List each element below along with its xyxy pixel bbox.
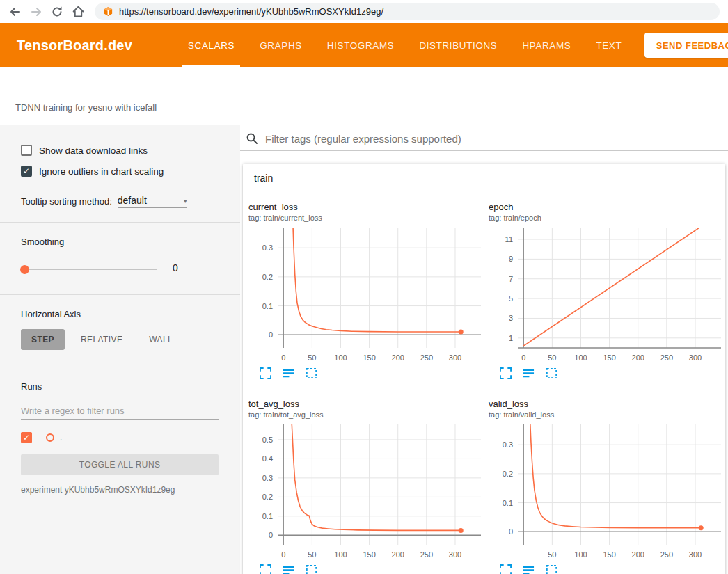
- address-bar[interactable]: https://tensorboard.dev/experiment/yKUbh…: [95, 3, 720, 20]
- data-list-icon[interactable]: [523, 367, 535, 379]
- svg-text:9: 9: [509, 255, 513, 263]
- svg-text:100: 100: [334, 550, 347, 559]
- chart-title: tot_avg_loss: [248, 399, 489, 409]
- train-group-card: train current_loss tag: train/current_lo…: [243, 164, 725, 574]
- tab-scalars[interactable]: SCALARS: [175, 23, 247, 67]
- svg-text:150: 150: [603, 550, 615, 559]
- main-nav: SCALARS GRAPHS HISTOGRAMS DISTRIBUTIONS …: [175, 23, 634, 67]
- axis-relative-button[interactable]: RELATIVE: [70, 329, 133, 350]
- slider-thumb[interactable]: [20, 265, 29, 274]
- chart-valid-loss: valid_loss tag: train/valid_loss 5010015…: [489, 399, 728, 574]
- experiment-header: TDNN training for yesno with icefall: [0, 67, 728, 125]
- fit-domain-icon[interactable]: [546, 564, 557, 574]
- chart-plot[interactable]: 05010015020025030000.10.20.30.40.5: [248, 420, 485, 563]
- smoothing-slider[interactable]: [21, 264, 157, 274]
- svg-text:100: 100: [334, 353, 347, 362]
- send-feedback-button[interactable]: SEND FEEDBACK: [644, 33, 728, 58]
- runs-label: Runs: [21, 381, 221, 392]
- svg-text:3: 3: [509, 314, 513, 322]
- fit-domain-icon[interactable]: [546, 367, 557, 379]
- svg-text:50: 50: [308, 550, 316, 559]
- chart-title: current_loss: [248, 202, 489, 212]
- svg-text:0: 0: [269, 531, 273, 539]
- group-header-train[interactable]: train: [243, 164, 725, 193]
- show-download-links-checkbox-row[interactable]: Show data download links: [21, 142, 221, 159]
- tooltip-sorting-value: default: [118, 195, 147, 206]
- svg-text:150: 150: [363, 353, 375, 362]
- svg-text:0.1: 0.1: [503, 499, 513, 507]
- svg-text:200: 200: [392, 550, 404, 559]
- tag-filter-input[interactable]: [265, 133, 728, 145]
- data-list-icon[interactable]: [283, 564, 294, 574]
- svg-text:1: 1: [509, 334, 513, 342]
- reload-icon[interactable]: [50, 5, 64, 19]
- svg-text:0: 0: [509, 527, 513, 536]
- svg-text:0.3: 0.3: [262, 244, 273, 252]
- slider-track: [21, 269, 157, 270]
- svg-text:0: 0: [281, 550, 285, 559]
- home-icon[interactable]: [71, 5, 85, 19]
- run-row[interactable]: ✓ .: [21, 432, 221, 443]
- checkbox-checked-icon[interactable]: ✓: [21, 166, 32, 177]
- fullscreen-icon[interactable]: [260, 564, 271, 574]
- svg-text:0.3: 0.3: [503, 440, 513, 449]
- tooltip-sorting-select[interactable]: default ▾: [118, 195, 187, 208]
- svg-text:250: 250: [660, 550, 673, 559]
- app-logo[interactable]: TensorBoard.dev: [0, 23, 132, 67]
- svg-text:11: 11: [505, 235, 513, 244]
- axis-step-button[interactable]: STEP: [21, 329, 65, 350]
- fit-domain-icon[interactable]: [306, 367, 317, 379]
- chart-plot[interactable]: 5010015020025030000.10.20.3: [489, 420, 725, 563]
- chart-epoch: epoch tag: train/epoch 05010015020025030…: [489, 202, 728, 379]
- svg-text:0: 0: [269, 330, 273, 339]
- toggle-all-runs-button[interactable]: TOGGLE ALL RUNS: [21, 454, 219, 475]
- chart-title: epoch: [489, 202, 728, 212]
- svg-text:5: 5: [509, 294, 513, 303]
- chart-plot[interactable]: 05010015020025030000.10.20.3: [248, 223, 485, 366]
- show-download-links-label: Show data download links: [39, 145, 148, 156]
- svg-text:300: 300: [449, 353, 461, 362]
- chart-plot[interactable]: 0501001502002503001357911: [489, 223, 725, 366]
- tab-distributions[interactable]: DISTRIBUTIONS: [406, 23, 509, 67]
- svg-text:0.5: 0.5: [262, 436, 273, 444]
- search-icon: [246, 132, 258, 145]
- svg-text:250: 250: [420, 550, 433, 559]
- smoothing-value-input[interactable]: 0: [173, 262, 212, 276]
- run-color-swatch-icon: [46, 433, 54, 442]
- run-checkbox-checked-icon[interactable]: ✓: [21, 432, 32, 443]
- tab-histograms[interactable]: HISTOGRAMS: [315, 23, 407, 67]
- back-icon[interactable]: [8, 5, 22, 19]
- ignore-outliers-checkbox-row[interactable]: ✓ Ignore outliers in chart scaling: [21, 163, 221, 180]
- data-list-icon[interactable]: [283, 367, 294, 379]
- smoothing-row: 0: [21, 262, 221, 276]
- horizontal-axis-label: Horizontal Axis: [21, 309, 221, 319]
- svg-text:50: 50: [308, 353, 316, 362]
- svg-text:200: 200: [632, 550, 644, 559]
- tab-graphs[interactable]: GRAPHS: [247, 23, 315, 67]
- fit-domain-icon[interactable]: [306, 564, 317, 574]
- axis-wall-button[interactable]: WALL: [139, 329, 183, 350]
- svg-text:0.3: 0.3: [262, 474, 273, 482]
- data-list-icon[interactable]: [523, 564, 535, 574]
- chart-toolbar: [248, 367, 489, 379]
- tag-filter-row: [240, 125, 728, 151]
- chart-tag: tag: train/current_loss: [248, 214, 489, 222]
- tab-text[interactable]: TEXT: [583, 23, 634, 67]
- checkbox-unchecked-icon[interactable]: [21, 145, 32, 156]
- fullscreen-icon[interactable]: [500, 367, 512, 379]
- runs-filter-input[interactable]: [21, 403, 219, 420]
- experiment-title: TDNN training for yesno with icefall: [15, 102, 157, 113]
- fullscreen-icon[interactable]: [260, 367, 271, 379]
- svg-text:0.2: 0.2: [262, 493, 273, 501]
- svg-text:50: 50: [548, 550, 556, 559]
- fullscreen-icon[interactable]: [500, 564, 512, 574]
- forward-icon[interactable]: [29, 5, 43, 19]
- sidebar-divider: [0, 222, 240, 223]
- app-header: TensorBoard.dev SCALARS GRAPHS HISTOGRAM…: [0, 23, 728, 67]
- svg-text:300: 300: [689, 550, 702, 559]
- browser-chrome: https://tensorboard.dev/experiment/yKUbh…: [0, 0, 728, 23]
- ignore-outliers-label: Ignore outliers in chart scaling: [39, 166, 164, 177]
- tab-hparams[interactable]: HPARAMS: [509, 23, 583, 67]
- sidebar-divider: [0, 294, 240, 295]
- chart-tot-avg-loss: tot_avg_loss tag: train/tot_avg_loss 050…: [248, 399, 489, 574]
